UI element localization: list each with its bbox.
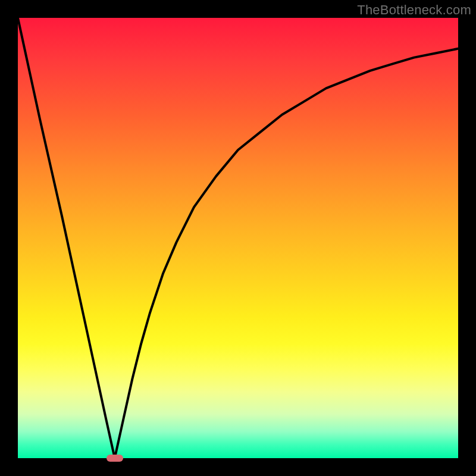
plot-area bbox=[18, 18, 458, 458]
optimal-marker bbox=[107, 455, 123, 462]
curve-path bbox=[18, 18, 458, 458]
bottleneck-curve bbox=[18, 18, 458, 458]
chart-frame: TheBottleneck.com bbox=[0, 0, 476, 476]
watermark-text: TheBottleneck.com bbox=[357, 2, 471, 18]
